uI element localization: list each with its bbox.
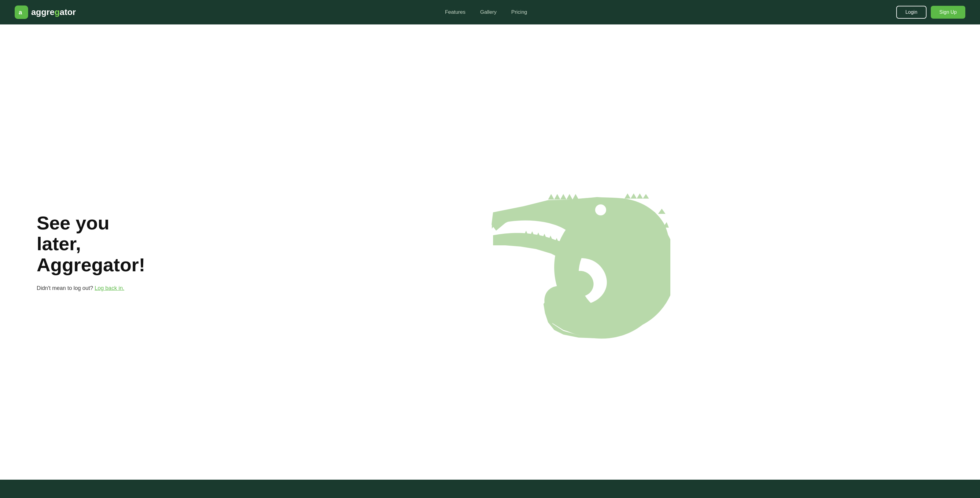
svg-marker-9 <box>631 193 637 198</box>
header-buttons: Login Sign Up <box>896 6 965 19</box>
headline: See you later, Aggregator! <box>37 213 141 275</box>
nav-gallery[interactable]: Gallery <box>480 9 497 15</box>
signup-button[interactable]: Sign Up <box>931 6 965 19</box>
main-nav: Features Gallery Pricing <box>445 9 527 15</box>
svg-marker-4 <box>560 194 566 200</box>
nav-features[interactable]: Features <box>445 9 466 15</box>
svg-marker-10 <box>637 193 643 198</box>
site-footer <box>0 480 980 498</box>
illustration-area <box>159 163 980 341</box>
svg-marker-12 <box>658 209 665 214</box>
log-back-in-link[interactable]: Log back in. <box>95 285 124 291</box>
subtext: Didn't mean to log out? Log back in. <box>37 285 141 292</box>
login-button[interactable]: Login <box>896 6 926 19</box>
svg-marker-6 <box>573 194 579 200</box>
nav-pricing[interactable]: Pricing <box>511 9 527 15</box>
content-left: See you later, Aggregator! Didn't mean t… <box>0 213 159 292</box>
svg-point-30 <box>595 205 606 216</box>
site-header: a aggregator Features Gallery Pricing Lo… <box>0 0 980 24</box>
svg-marker-2 <box>548 194 554 200</box>
svg-marker-3 <box>554 194 560 200</box>
svg-marker-5 <box>566 194 573 200</box>
svg-text:a: a <box>19 9 22 16</box>
logo-link[interactable]: a aggregator <box>15 5 76 19</box>
alligator-illustration <box>469 163 670 341</box>
svg-marker-8 <box>625 193 631 198</box>
logo-icon: a <box>15 5 28 19</box>
svg-marker-11 <box>643 194 649 198</box>
main-content: See you later, Aggregator! Didn't mean t… <box>0 24 980 480</box>
logo-text: aggregator <box>31 7 76 17</box>
